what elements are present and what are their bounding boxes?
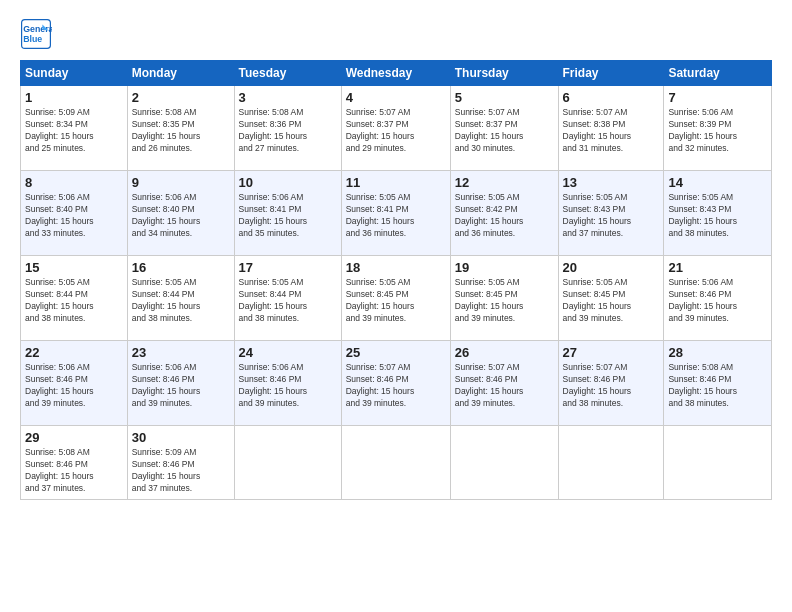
day-info: Sunrise: 5:08 AM Sunset: 8:46 PM Dayligh… xyxy=(25,447,123,495)
day-number: 17 xyxy=(239,260,337,275)
day-number: 21 xyxy=(668,260,767,275)
day-number: 28 xyxy=(668,345,767,360)
day-info: Sunrise: 5:06 AM Sunset: 8:46 PM Dayligh… xyxy=(239,362,337,410)
day-number: 30 xyxy=(132,430,230,445)
calendar-day-cell: 3Sunrise: 5:08 AM Sunset: 8:36 PM Daylig… xyxy=(234,86,341,171)
calendar-day-cell: 29Sunrise: 5:08 AM Sunset: 8:46 PM Dayli… xyxy=(21,426,128,500)
svg-text:Blue: Blue xyxy=(23,34,42,44)
calendar-header-thursday: Thursday xyxy=(450,61,558,86)
day-number: 19 xyxy=(455,260,554,275)
day-info: Sunrise: 5:05 AM Sunset: 8:45 PM Dayligh… xyxy=(455,277,554,325)
calendar-day-cell: 1Sunrise: 5:09 AM Sunset: 8:34 PM Daylig… xyxy=(21,86,128,171)
day-number: 13 xyxy=(563,175,660,190)
day-number: 20 xyxy=(563,260,660,275)
calendar-header-monday: Monday xyxy=(127,61,234,86)
day-info: Sunrise: 5:05 AM Sunset: 8:42 PM Dayligh… xyxy=(455,192,554,240)
day-number: 18 xyxy=(346,260,446,275)
calendar-week-row: 1Sunrise: 5:09 AM Sunset: 8:34 PM Daylig… xyxy=(21,86,772,171)
calendar-day-cell: 30Sunrise: 5:09 AM Sunset: 8:46 PM Dayli… xyxy=(127,426,234,500)
calendar-day-cell: 26Sunrise: 5:07 AM Sunset: 8:46 PM Dayli… xyxy=(450,341,558,426)
day-info: Sunrise: 5:05 AM Sunset: 8:45 PM Dayligh… xyxy=(346,277,446,325)
day-number: 24 xyxy=(239,345,337,360)
day-info: Sunrise: 5:05 AM Sunset: 8:44 PM Dayligh… xyxy=(25,277,123,325)
calendar-day-cell: 5Sunrise: 5:07 AM Sunset: 8:37 PM Daylig… xyxy=(450,86,558,171)
day-number: 26 xyxy=(455,345,554,360)
day-info: Sunrise: 5:05 AM Sunset: 8:43 PM Dayligh… xyxy=(563,192,660,240)
calendar-week-row: 29Sunrise: 5:08 AM Sunset: 8:46 PM Dayli… xyxy=(21,426,772,500)
day-number: 15 xyxy=(25,260,123,275)
calendar-week-row: 8Sunrise: 5:06 AM Sunset: 8:40 PM Daylig… xyxy=(21,171,772,256)
day-number: 22 xyxy=(25,345,123,360)
day-info: Sunrise: 5:08 AM Sunset: 8:46 PM Dayligh… xyxy=(668,362,767,410)
day-number: 8 xyxy=(25,175,123,190)
calendar-day-cell: 11Sunrise: 5:05 AM Sunset: 8:41 PM Dayli… xyxy=(341,171,450,256)
calendar-header-tuesday: Tuesday xyxy=(234,61,341,86)
calendar-header-friday: Friday xyxy=(558,61,664,86)
page: General Blue SundayMondayTuesdayWednesda… xyxy=(0,0,792,612)
day-number: 6 xyxy=(563,90,660,105)
calendar-day-cell: 24Sunrise: 5:06 AM Sunset: 8:46 PM Dayli… xyxy=(234,341,341,426)
calendar-header-sunday: Sunday xyxy=(21,61,128,86)
day-info: Sunrise: 5:06 AM Sunset: 8:40 PM Dayligh… xyxy=(132,192,230,240)
calendar-day-cell: 2Sunrise: 5:08 AM Sunset: 8:35 PM Daylig… xyxy=(127,86,234,171)
calendar-header-wednesday: Wednesday xyxy=(341,61,450,86)
calendar-day-cell: 13Sunrise: 5:05 AM Sunset: 8:43 PM Dayli… xyxy=(558,171,664,256)
calendar-day-cell xyxy=(558,426,664,500)
day-number: 23 xyxy=(132,345,230,360)
day-number: 27 xyxy=(563,345,660,360)
calendar-day-cell: 7Sunrise: 5:06 AM Sunset: 8:39 PM Daylig… xyxy=(664,86,772,171)
calendar-day-cell xyxy=(234,426,341,500)
day-info: Sunrise: 5:08 AM Sunset: 8:36 PM Dayligh… xyxy=(239,107,337,155)
day-info: Sunrise: 5:06 AM Sunset: 8:46 PM Dayligh… xyxy=(668,277,767,325)
calendar-day-cell: 15Sunrise: 5:05 AM Sunset: 8:44 PM Dayli… xyxy=(21,256,128,341)
day-info: Sunrise: 5:06 AM Sunset: 8:46 PM Dayligh… xyxy=(25,362,123,410)
day-number: 14 xyxy=(668,175,767,190)
calendar-day-cell: 4Sunrise: 5:07 AM Sunset: 8:37 PM Daylig… xyxy=(341,86,450,171)
day-info: Sunrise: 5:07 AM Sunset: 8:46 PM Dayligh… xyxy=(563,362,660,410)
day-info: Sunrise: 5:06 AM Sunset: 8:41 PM Dayligh… xyxy=(239,192,337,240)
day-info: Sunrise: 5:07 AM Sunset: 8:46 PM Dayligh… xyxy=(455,362,554,410)
calendar-header-saturday: Saturday xyxy=(664,61,772,86)
day-info: Sunrise: 5:05 AM Sunset: 8:43 PM Dayligh… xyxy=(668,192,767,240)
day-number: 7 xyxy=(668,90,767,105)
calendar-day-cell: 21Sunrise: 5:06 AM Sunset: 8:46 PM Dayli… xyxy=(664,256,772,341)
day-number: 2 xyxy=(132,90,230,105)
calendar-day-cell: 27Sunrise: 5:07 AM Sunset: 8:46 PM Dayli… xyxy=(558,341,664,426)
calendar-day-cell xyxy=(664,426,772,500)
day-number: 3 xyxy=(239,90,337,105)
calendar-day-cell: 6Sunrise: 5:07 AM Sunset: 8:38 PM Daylig… xyxy=(558,86,664,171)
calendar-day-cell: 9Sunrise: 5:06 AM Sunset: 8:40 PM Daylig… xyxy=(127,171,234,256)
day-number: 25 xyxy=(346,345,446,360)
calendar-day-cell: 19Sunrise: 5:05 AM Sunset: 8:45 PM Dayli… xyxy=(450,256,558,341)
day-info: Sunrise: 5:07 AM Sunset: 8:37 PM Dayligh… xyxy=(346,107,446,155)
day-info: Sunrise: 5:05 AM Sunset: 8:45 PM Dayligh… xyxy=(563,277,660,325)
calendar-table: SundayMondayTuesdayWednesdayThursdayFrid… xyxy=(20,60,772,500)
day-info: Sunrise: 5:05 AM Sunset: 8:44 PM Dayligh… xyxy=(239,277,337,325)
calendar-day-cell: 12Sunrise: 5:05 AM Sunset: 8:42 PM Dayli… xyxy=(450,171,558,256)
calendar-day-cell: 17Sunrise: 5:05 AM Sunset: 8:44 PM Dayli… xyxy=(234,256,341,341)
calendar-week-row: 22Sunrise: 5:06 AM Sunset: 8:46 PM Dayli… xyxy=(21,341,772,426)
calendar-week-row: 15Sunrise: 5:05 AM Sunset: 8:44 PM Dayli… xyxy=(21,256,772,341)
calendar-day-cell: 10Sunrise: 5:06 AM Sunset: 8:41 PM Dayli… xyxy=(234,171,341,256)
calendar-day-cell xyxy=(341,426,450,500)
day-number: 9 xyxy=(132,175,230,190)
day-info: Sunrise: 5:07 AM Sunset: 8:46 PM Dayligh… xyxy=(346,362,446,410)
day-info: Sunrise: 5:09 AM Sunset: 8:46 PM Dayligh… xyxy=(132,447,230,495)
calendar-day-cell: 25Sunrise: 5:07 AM Sunset: 8:46 PM Dayli… xyxy=(341,341,450,426)
calendar-day-cell: 23Sunrise: 5:06 AM Sunset: 8:46 PM Dayli… xyxy=(127,341,234,426)
day-info: Sunrise: 5:05 AM Sunset: 8:41 PM Dayligh… xyxy=(346,192,446,240)
day-number: 12 xyxy=(455,175,554,190)
header: General Blue xyxy=(20,18,772,50)
day-number: 16 xyxy=(132,260,230,275)
day-info: Sunrise: 5:07 AM Sunset: 8:37 PM Dayligh… xyxy=(455,107,554,155)
calendar-day-cell: 16Sunrise: 5:05 AM Sunset: 8:44 PM Dayli… xyxy=(127,256,234,341)
day-info: Sunrise: 5:06 AM Sunset: 8:46 PM Dayligh… xyxy=(132,362,230,410)
svg-text:General: General xyxy=(23,24,52,34)
day-info: Sunrise: 5:09 AM Sunset: 8:34 PM Dayligh… xyxy=(25,107,123,155)
calendar-day-cell: 14Sunrise: 5:05 AM Sunset: 8:43 PM Dayli… xyxy=(664,171,772,256)
day-number: 11 xyxy=(346,175,446,190)
logo-icon: General Blue xyxy=(20,18,52,50)
day-info: Sunrise: 5:06 AM Sunset: 8:39 PM Dayligh… xyxy=(668,107,767,155)
calendar-day-cell xyxy=(450,426,558,500)
calendar-day-cell: 22Sunrise: 5:06 AM Sunset: 8:46 PM Dayli… xyxy=(21,341,128,426)
